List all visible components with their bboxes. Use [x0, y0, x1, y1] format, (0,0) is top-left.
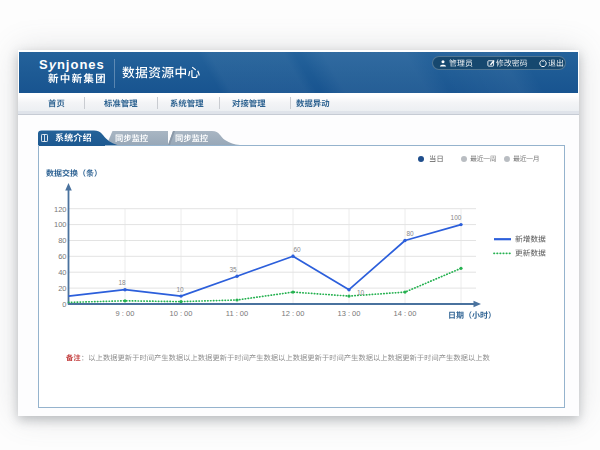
- svg-text:80: 80: [58, 236, 66, 245]
- svg-text:12 : 00: 12 : 00: [282, 309, 305, 318]
- svg-text:14 : 00: 14 : 00: [394, 309, 417, 318]
- svg-text:80: 80: [406, 230, 414, 237]
- svg-text:60: 60: [293, 246, 301, 253]
- svg-text:40: 40: [58, 268, 66, 277]
- svg-text:9 : 00: 9 : 00: [116, 309, 135, 318]
- svg-text:120: 120: [54, 205, 67, 214]
- svg-text:10 : 00: 10 : 00: [170, 309, 193, 318]
- svg-text:13 : 00: 13 : 00: [338, 309, 361, 318]
- svg-text:0: 0: [62, 300, 66, 309]
- svg-text:60: 60: [58, 252, 66, 261]
- svg-text:11 : 00: 11 : 00: [226, 309, 248, 318]
- svg-text:20: 20: [58, 284, 66, 293]
- svg-text:100: 100: [54, 220, 67, 229]
- svg-text:10: 10: [357, 289, 365, 296]
- svg-text:18: 18: [118, 279, 126, 286]
- svg-text:35: 35: [229, 266, 237, 273]
- svg-text:10: 10: [176, 286, 184, 293]
- svg-text:100: 100: [451, 214, 462, 221]
